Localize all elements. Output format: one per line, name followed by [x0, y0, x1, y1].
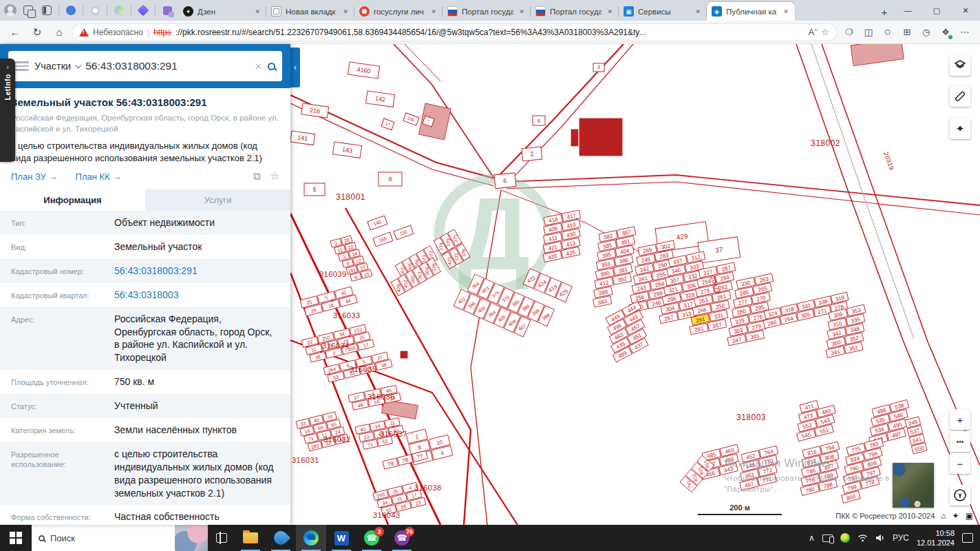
browser-tab[interactable]: Портал госуда✕ [443, 2, 531, 21]
security-warning-icon[interactable] [79, 28, 89, 37]
notification-badge: 3 [374, 527, 384, 537]
word-taskbar-icon[interactable]: W [326, 525, 356, 551]
tab-information[interactable]: Информация [0, 189, 145, 211]
clear-search-icon[interactable]: ✕ [255, 61, 262, 72]
vertical-tabs-icon[interactable] [40, 3, 54, 17]
divider [155, 5, 156, 16]
collections-icon[interactable]: ⊞ [897, 23, 917, 42]
search-icon[interactable] [268, 63, 275, 70]
browser-tab[interactable]: Сервисы✕ [619, 2, 707, 21]
read-aloud-icon[interactable]: A˄ [809, 27, 818, 37]
browser-tab[interactable]: Портал госуда✕ [531, 2, 619, 21]
info-row-value: Объект недвижимости [114, 216, 279, 229]
extension-squares-icon[interactable] [160, 3, 174, 17]
viber-taskbar-icon[interactable]: ☎76 [387, 525, 417, 551]
cast-device-icon[interactable] [822, 534, 833, 542]
letinfo-sidebar-tab[interactable]: › LetInfo [0, 59, 15, 162]
tab-close-icon[interactable]: ✕ [518, 8, 526, 16]
whatsapp-taskbar-icon[interactable]: ☎3 [356, 525, 387, 551]
extension-circle-icon[interactable] [112, 3, 126, 17]
tab-close-icon[interactable]: ✕ [606, 8, 614, 16]
preview-icon[interactable]: ⧉ [253, 170, 261, 183]
photos-taskbar-icon[interactable] [266, 525, 296, 551]
browser-toolbar: ← ↻ ⌂ Небезопасно | https ://pkk.rosrees… [0, 21, 980, 44]
wifi-icon[interactable] [858, 534, 868, 542]
close-button[interactable]: ✕ [951, 0, 980, 21]
extensions-icon[interactable]: ❖ [936, 23, 955, 42]
favorite-star-icon[interactable]: ☆ [821, 27, 829, 37]
tab-close-icon[interactable]: ✕ [782, 8, 790, 16]
star-icon[interactable]: ✦ [952, 511, 959, 521]
profile-avatar[interactable] [4, 4, 17, 17]
edge-icon [303, 530, 319, 545]
tray-chevron-icon[interactable]: ∧ [809, 533, 815, 543]
edge-taskbar-icon[interactable] [296, 525, 326, 551]
svg-text:788: 788 [823, 481, 834, 490]
taskbar-search[interactable]: Поиск [32, 525, 208, 551]
split-screen-icon[interactable]: ◫ [859, 23, 878, 42]
svg-text:216: 216 [310, 107, 321, 115]
refresh-icon[interactable]: ↻ [28, 23, 47, 42]
tab-title: Дзен [198, 8, 249, 16]
info-row-value-link[interactable]: 56:43:0318003:291 [114, 264, 279, 278]
new-tab-button[interactable]: + [875, 3, 893, 21]
service-blue-favicon [624, 6, 634, 17]
notification-center-icon[interactable] [962, 533, 973, 543]
tab-close-icon[interactable]: ✕ [253, 8, 262, 16]
search-highlight-image[interactable] [175, 525, 208, 551]
panel-collapse-button[interactable]: ‹ [290, 48, 300, 87]
tab-close-icon[interactable]: ✕ [341, 8, 350, 16]
marker-button[interactable]: ✦ [950, 118, 970, 139]
zoom-out-button[interactable]: − [950, 453, 970, 474]
extension-ring-icon[interactable] [88, 3, 102, 17]
tab-close-icon[interactable]: ✕ [429, 8, 438, 16]
browser-tab[interactable]: Новая вкладк✕ [266, 2, 354, 21]
search-input[interactable] [85, 60, 249, 72]
layers-button[interactable] [950, 55, 970, 76]
svg-text:141: 141 [297, 134, 308, 142]
cadastral-map-svg[interactable]: Д416014214114321626854293714515515117236… [290, 44, 980, 525]
minimize-button[interactable]: — [893, 0, 922, 21]
browser-tab[interactable]: Дзен✕ [178, 2, 266, 21]
back-icon[interactable]: ← [6, 23, 25, 42]
explorer-taskbar-icon[interactable] [235, 525, 266, 551]
language-indicator[interactable]: РУС [893, 533, 909, 543]
home-icon[interactable]: ⌂ [941, 511, 946, 521]
measure-button[interactable] [950, 86, 970, 107]
extension-blue-icon[interactable] [64, 3, 78, 17]
clock[interactable]: 10:58 12.01.2024 [917, 528, 955, 548]
star-icon[interactable]: ☆ [270, 170, 279, 183]
browser-essentials-icon[interactable]: ❍ [840, 23, 859, 42]
plan-kk-link[interactable]: План КК → [76, 171, 122, 182]
menu-icon[interactable] [15, 61, 29, 71]
info-row-value-link[interactable]: 56:43:0318003 [114, 289, 279, 302]
start-button[interactable] [0, 525, 32, 551]
tab-services[interactable]: Услуги [145, 189, 290, 211]
search-category-dropdown[interactable]: Участки [34, 61, 80, 72]
tab-close-icon[interactable]: ✕ [694, 8, 702, 16]
info-row: Тип:Объект недвижимости [0, 211, 290, 235]
satellite-minimap[interactable] [893, 463, 934, 508]
image-layer-icon[interactable]: ▣ [966, 511, 973, 521]
more-tools-button[interactable]: ••• [950, 431, 970, 452]
antivirus-icon[interactable] [840, 533, 850, 543]
extension-diamond-icon[interactable] [136, 3, 150, 17]
map-canvas[interactable]: Д416014214114321626854293714515515117236… [290, 44, 980, 525]
zoom-in-button[interactable]: + [950, 409, 970, 430]
address-bar[interactable]: Небезопасно | https ://pkk.rosreestr.ru/… [72, 23, 837, 41]
locate-button[interactable] [950, 485, 970, 506]
browser-tab[interactable]: Публичная ка✕ [707, 2, 795, 21]
maximize-button[interactable]: ▢ [922, 0, 951, 21]
history-icon[interactable]: ◷ [917, 23, 936, 42]
volume-icon[interactable] [875, 534, 885, 542]
search-bar[interactable]: Участки ✕ [8, 51, 282, 81]
task-view-button[interactable] [208, 525, 235, 551]
info-row: Форма собственности:Частная собственност… [0, 505, 290, 525]
home-icon[interactable]: ⌂ [50, 23, 69, 42]
svg-text:316036: 316036 [368, 393, 395, 401]
plan-zu-link[interactable]: План ЗУ → [11, 171, 58, 182]
tab-groups-icon[interactable] [21, 3, 35, 17]
settings-more-icon[interactable]: ⋯ [955, 23, 974, 42]
browser-tab[interactable]: госуслуги лич✕ [354, 2, 443, 21]
favorites-icon[interactable]: ✩ [878, 23, 897, 42]
